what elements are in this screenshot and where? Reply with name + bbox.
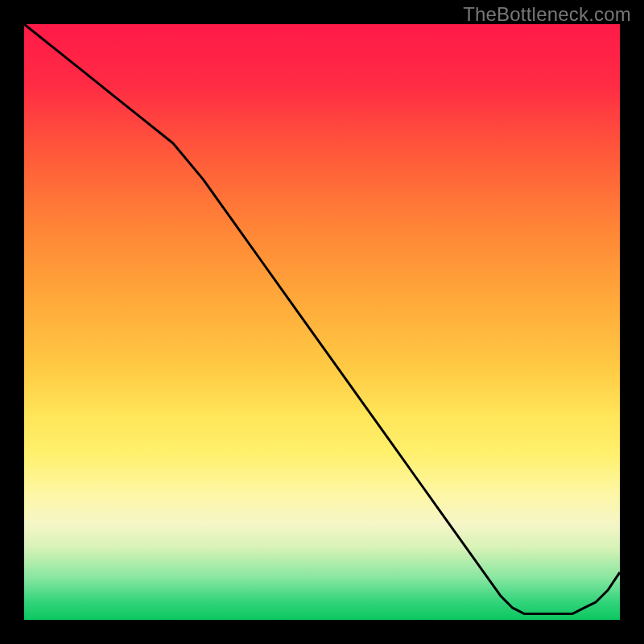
line-chart-svg — [24, 24, 620, 620]
bottleneck-curve — [24, 24, 620, 614]
watermark-text: TheBottleneck.com — [463, 3, 631, 26]
chart-frame: TheBottleneck.com — [0, 0, 644, 644]
plot-area — [24, 24, 620, 620]
